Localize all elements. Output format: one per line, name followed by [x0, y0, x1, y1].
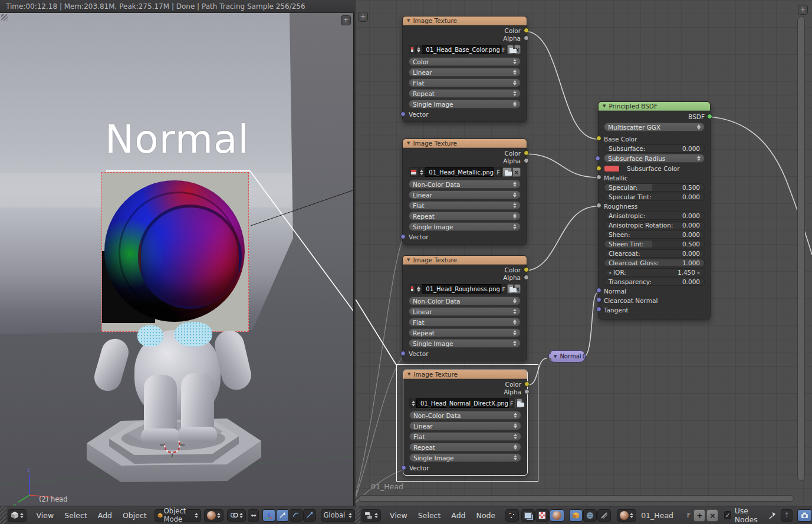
auto-render-button[interactable] — [797, 509, 812, 522]
menu-select[interactable]: Select — [59, 511, 93, 520]
node-header[interactable]: ▼Image Texture — [403, 17, 527, 25]
fake-user-button[interactable]: F — [501, 45, 507, 54]
source-select[interactable]: Single Image — [409, 453, 521, 462]
material-name-field[interactable]: 01_Head — [641, 511, 684, 520]
node-header[interactable]: ▼Principled BSDF — [599, 102, 710, 111]
vector-input-socket[interactable] — [400, 234, 406, 239]
projection-select[interactable]: Flat — [409, 201, 521, 210]
pivot-point-select[interactable] — [227, 509, 246, 522]
image-browse-icon[interactable] — [409, 284, 416, 294]
fake-user-button[interactable]: F — [501, 284, 507, 294]
image-name-field[interactable]: 01_Head_Normal_DirectX.png — [416, 398, 509, 408]
color-space-select[interactable]: Non-Color Data — [409, 411, 521, 420]
image-name-field[interactable]: 01_Head_Metallic.png — [425, 167, 494, 177]
source-select[interactable]: Single Image — [409, 339, 521, 348]
node-editor[interactable]: ▼Image Texture Color Alpha 01_Head_Base_… — [356, 0, 812, 506]
image-spinner[interactable] — [416, 284, 421, 294]
material-datablock-select[interactable] — [617, 509, 636, 522]
projection-select[interactable]: Flat — [409, 318, 521, 327]
area-corner-grip[interactable] — [355, 506, 360, 524]
projection-select[interactable]: Flat — [409, 432, 521, 441]
shader-object-button[interactable] — [569, 509, 583, 522]
subsurface-slider[interactable]: Subsurface:0.000 — [604, 144, 705, 153]
image-texture-node-base-color[interactable]: ▼Image Texture Color Alpha 01_Head_Base_… — [402, 16, 527, 122]
clearcoat-normal-socket[interactable] — [596, 297, 601, 302]
image-texture-node-metallic[interactable]: ▼Image Texture Color Alpha 01_Head_Metal… — [402, 139, 527, 245]
menu-select[interactable]: Select — [413, 511, 446, 520]
alpha-output-socket[interactable] — [524, 35, 529, 41]
go-to-parent-tree-button[interactable]: ↑ — [781, 509, 793, 522]
normal-output-socket[interactable] — [583, 354, 586, 359]
specular-slider[interactable]: Specular:0.500 — [604, 183, 705, 192]
horizontal-scrollbar[interactable] — [359, 495, 794, 502]
clearcoat-slider[interactable]: Clearcoat:0.000 — [604, 249, 705, 258]
vector-input-socket[interactable] — [400, 351, 406, 356]
extension-select[interactable]: Repeat — [409, 443, 521, 452]
open-image-button[interactable] — [507, 284, 514, 294]
area-corner-grip[interactable] — [1, 14, 8, 21]
fake-user-button[interactable]: F — [509, 398, 514, 408]
strength-input-socket[interactable] — [548, 350, 551, 354]
collapse-icon[interactable]: ▼ — [407, 258, 410, 262]
image-name-field[interactable]: 01_Head_Roughness.png — [422, 284, 501, 294]
image-spinner[interactable] — [411, 398, 416, 408]
material-fake-user-button[interactable]: F — [684, 512, 693, 519]
manipulator-toggle[interactable] — [262, 509, 275, 522]
shader-world-button[interactable] — [583, 509, 597, 522]
expand-region-tab[interactable]: + — [798, 5, 808, 15]
menu-node[interactable]: Node — [471, 511, 501, 520]
scale-manipulator-button[interactable] — [303, 509, 316, 522]
color-space-select[interactable]: Color — [409, 57, 521, 66]
color-space-select[interactable]: Non-Color Data — [409, 296, 521, 305]
unlink-material-button[interactable]: × — [706, 509, 718, 522]
shader-tree-button[interactable] — [550, 509, 564, 522]
editor-type-button[interactable] — [8, 509, 27, 522]
new-material-button[interactable]: + — [693, 509, 705, 522]
color-output-socket[interactable] — [524, 150, 529, 156]
collapse-icon[interactable]: ▼ — [407, 141, 410, 146]
menu-object[interactable]: Object — [117, 511, 152, 520]
interpolation-select[interactable]: Linear — [409, 307, 521, 316]
normal-map-node[interactable]: ▼ Normal M — [548, 350, 586, 362]
collapse-icon[interactable]: ▼ — [407, 372, 410, 377]
compositing-tree-button[interactable] — [521, 509, 535, 522]
subsurface-radius-socket[interactable] — [595, 156, 600, 161]
color-space-select[interactable]: Non-Color Data — [409, 180, 521, 189]
image-name-field[interactable]: 01_Head_Base_Color.png — [422, 45, 501, 54]
image-spinner[interactable] — [419, 167, 425, 177]
menu-view[interactable]: View — [31, 511, 60, 520]
color-output-socket[interactable] — [524, 381, 530, 387]
subsurface-radius-select[interactable]: Subsurface Radius — [604, 154, 705, 163]
alpha-output-socket[interactable] — [524, 275, 529, 280]
normal-map-sphere-head[interactable] — [104, 180, 245, 322]
specular-tint-slider[interactable]: Specular Tint:0.000 — [604, 193, 705, 201]
alpha-output-socket[interactable] — [524, 158, 529, 163]
open-image-button[interactable] — [507, 45, 514, 54]
color-output-socket[interactable] — [524, 28, 529, 33]
collapse-icon[interactable]: ▼ — [407, 18, 410, 23]
mode-select[interactable]: Object Mode — [154, 509, 202, 522]
rotate-manipulator-button[interactable] — [290, 509, 303, 522]
proportional-edit-toggle[interactable]: ↔ — [248, 509, 258, 522]
dither-button[interactable] — [505, 509, 519, 522]
open-image-button[interactable] — [515, 398, 516, 408]
color-output-socket[interactable] — [524, 267, 529, 272]
image-browse-icon[interactable] — [409, 45, 416, 54]
roughness-socket[interactable] — [596, 203, 601, 208]
extension-select[interactable]: Repeat — [409, 89, 521, 98]
fake-user-button[interactable]: F — [495, 167, 502, 177]
alpha-output-socket[interactable] — [524, 389, 530, 394]
sheen-slider[interactable]: Sheen:0.000 — [604, 230, 705, 239]
vector-input-socket[interactable] — [401, 465, 406, 470]
image-browse-icon[interactable] — [409, 167, 419, 177]
pin-button[interactable] — [766, 509, 779, 522]
vertical-scrollbar[interactable] — [797, 17, 805, 481]
clearcoat-gloss-slider[interactable]: Clearcoat Gloss:1.000 — [604, 259, 705, 267]
normal-socket[interactable] — [596, 288, 601, 293]
bsdf-output-socket[interactable] — [707, 114, 712, 119]
menu-view[interactable]: View — [384, 511, 413, 520]
use-nodes-checkbox[interactable]: ✓ — [724, 511, 731, 519]
anisotropic-rotation-slider[interactable]: Anisotropic Rotation:0.000 — [604, 221, 705, 229]
transparency-slider[interactable]: Transparency:0.000 — [604, 278, 705, 286]
unlink-image-button[interactable]: × — [512, 167, 521, 177]
